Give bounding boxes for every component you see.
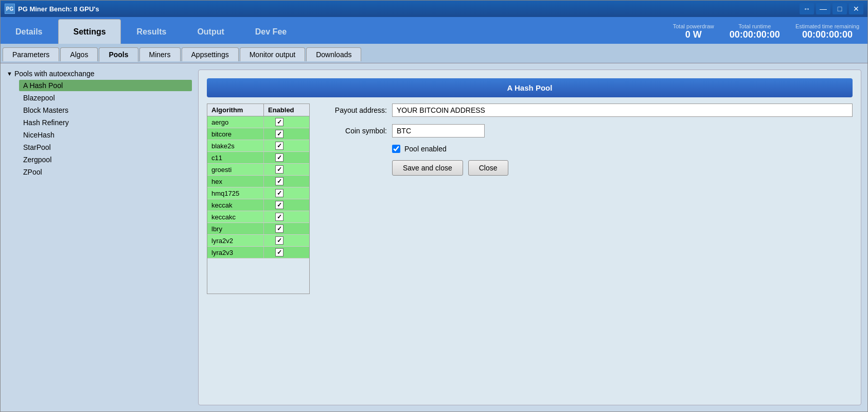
algo-checkbox-icon[interactable] — [275, 165, 284, 174]
save-close-button[interactable]: Save and close — [392, 160, 463, 176]
table-row: lyra2v3 — [207, 247, 309, 259]
table-row: aergo — [207, 116, 309, 128]
stat-runtime: Total runtime 00:00:00:00 — [730, 23, 780, 40]
powerdraw-label: Total powerdraw — [673, 23, 714, 29]
payout-label: Payout address: — [320, 106, 387, 114]
algo-name-cell: lbry — [207, 223, 264, 234]
algo-enabled-cell[interactable] — [264, 140, 295, 151]
algo-checkbox-icon[interactable] — [275, 153, 284, 162]
algo-table-header: Algorithm Enabled — [207, 104, 309, 116]
payout-input[interactable] — [392, 104, 853, 117]
subtab-pools[interactable]: Pools — [99, 47, 138, 62]
right-panel: A Hash Pool Algorithm Enabled aergobitco… — [198, 70, 861, 405]
algo-enabled-cell[interactable] — [264, 223, 295, 234]
tree-item-hashrefinery[interactable]: Hash Refinery — [19, 117, 192, 128]
subtab-parameters[interactable]: Parameters — [3, 47, 59, 61]
algo-name-cell: hex — [207, 176, 264, 187]
tree-item-blazepool[interactable]: Blazepool — [19, 92, 192, 104]
algo-checkbox-icon[interactable] — [275, 118, 284, 126]
algo-name-cell: bitcore — [207, 128, 264, 140]
tab-results[interactable]: Results — [122, 19, 182, 44]
pool-body: Algorithm Enabled aergobitcoreblake2sc11… — [207, 104, 853, 294]
algo-checkbox-icon[interactable] — [275, 248, 284, 256]
algo-checkbox-icon[interactable] — [275, 130, 284, 138]
close-button[interactable]: ✕ — [849, 3, 863, 14]
table-row: keccak — [207, 199, 309, 211]
algo-enabled-cell[interactable] — [264, 116, 295, 128]
tree-group-label[interactable]: ▼ Pools with autoexchange — [7, 70, 192, 78]
algo-enabled-cell[interactable] — [264, 152, 295, 163]
pool-enabled-checkbox[interactable] — [392, 145, 400, 153]
tree-item-starpool[interactable]: StarPool — [19, 142, 192, 153]
algo-name-cell: keccakc — [207, 211, 264, 222]
pool-form: Payout address: Coin symbol: Pool enable… — [320, 104, 853, 294]
algo-table-body: aergobitcoreblake2sc11groestihexhmq1725k… — [207, 116, 309, 294]
close-button-pool[interactable]: Close — [468, 160, 508, 176]
tree-item-zergpool[interactable]: Zergpool — [19, 154, 192, 165]
minimize-button[interactable]: — — [816, 3, 830, 14]
algo-name-cell: hmq1725 — [207, 187, 264, 199]
table-row: c11 — [207, 152, 309, 164]
subtab-appsettings[interactable]: Appsettings — [182, 47, 239, 61]
tab-output[interactable]: Output — [182, 19, 239, 44]
algo-col-enabled: Enabled — [264, 104, 295, 116]
tab-settings[interactable]: Settings — [58, 19, 120, 44]
subtab-downloads[interactable]: Downloads — [306, 47, 361, 61]
algo-checkbox-icon[interactable] — [275, 177, 284, 185]
table-row: lyra2v2 — [207, 235, 309, 247]
app-icon: PG — [5, 4, 15, 14]
tree-item-zpool[interactable]: ZPool — [19, 166, 192, 178]
algo-name-cell: keccak — [207, 199, 264, 211]
stat-powerdraw: Total powerdraw 0 W — [673, 23, 714, 40]
subtab-miners[interactable]: Miners — [139, 47, 181, 61]
algo-enabled-cell[interactable] — [264, 176, 295, 187]
restore-button[interactable]: □ — [832, 3, 847, 14]
table-row: blake2s — [207, 140, 309, 152]
algo-name-cell: lyra2v2 — [207, 235, 264, 246]
runtime-label: Total runtime — [738, 23, 771, 29]
algo-checkbox-icon[interactable] — [275, 236, 284, 245]
payout-row: Payout address: — [320, 104, 853, 117]
pool-title: A Hash Pool — [507, 83, 553, 92]
window-title: PG Miner Bench: 8 GPU's — [18, 5, 99, 13]
tab-details[interactable]: Details — [1, 19, 57, 44]
algo-enabled-cell[interactable] — [264, 211, 295, 222]
coin-label: Coin symbol: — [320, 127, 387, 135]
algo-enabled-cell[interactable] — [264, 235, 295, 246]
algo-name-cell: groesti — [207, 164, 264, 175]
tree-items: A Hash Pool Blazepool Block Masters Hash… — [7, 80, 192, 178]
algo-checkbox-icon[interactable] — [275, 142, 284, 150]
left-panel: ▼ Pools with autoexchange A Hash Pool Bl… — [7, 70, 192, 405]
algo-enabled-cell[interactable] — [264, 128, 295, 140]
tree-item-blockmasters[interactable]: Block Masters — [19, 105, 192, 116]
tree-item-ahashpool[interactable]: A Hash Pool — [19, 80, 192, 91]
table-row: lbry — [207, 223, 309, 235]
algo-checkbox-icon[interactable] — [275, 225, 284, 233]
algo-enabled-cell[interactable] — [264, 164, 295, 175]
header-stats: Total powerdraw 0 W Total runtime 00:00:… — [673, 19, 867, 44]
powerdraw-value: 0 W — [685, 29, 702, 40]
algo-checkbox-icon[interactable] — [275, 201, 284, 209]
estimated-value: 00:00:00:00 — [802, 29, 853, 40]
tree-arrow-icon: ▼ — [7, 71, 12, 77]
title-bar-left: PG PG Miner Bench: 8 GPU's — [5, 4, 99, 14]
main-tab-row: Details Settings Results Output Dev Fee … — [1, 17, 867, 44]
algo-enabled-cell[interactable] — [264, 199, 295, 211]
stat-estimated: Estimated time remaining 00:00:00:00 — [795, 23, 859, 40]
algo-checkbox-icon[interactable] — [275, 213, 284, 221]
sub-tab-row: Parameters Algos Pools Miners Appsetting… — [1, 44, 867, 63]
algo-checkbox-icon[interactable] — [275, 189, 284, 197]
pin-button[interactable]: ↔ — [800, 3, 814, 14]
coin-row: Coin symbol: — [320, 124, 853, 138]
coin-input[interactable] — [392, 124, 485, 138]
algo-enabled-cell[interactable] — [264, 187, 295, 199]
estimated-label: Estimated time remaining — [795, 23, 859, 29]
tree-item-nicehash[interactable]: NiceHash — [19, 129, 192, 141]
subtab-algos[interactable]: Algos — [60, 47, 98, 61]
subtab-monitoroutput[interactable]: Monitor output — [240, 47, 306, 61]
pool-enabled-label: Pool enabled — [404, 145, 447, 153]
algo-enabled-cell[interactable] — [264, 247, 295, 258]
table-row: hex — [207, 176, 309, 187]
tab-devfee[interactable]: Dev Fee — [240, 19, 302, 44]
algo-name-cell: aergo — [207, 116, 264, 128]
